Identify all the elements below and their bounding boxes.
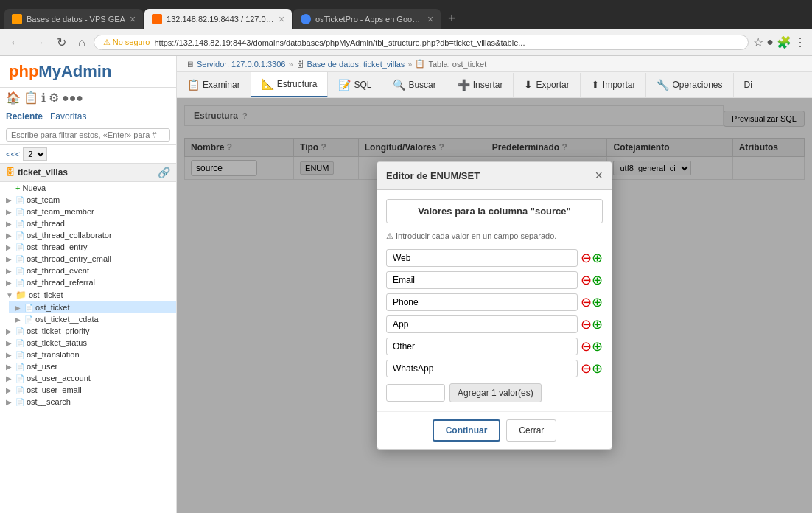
home-icon[interactable]: 🏠 <box>6 91 21 105</box>
add-col-email-button[interactable]: ⊕ <box>592 273 603 287</box>
filter-input[interactable] <box>6 128 170 142</box>
sidebar-item-ost_user_email[interactable]: ▶ 📄 ost_user_email <box>0 384 176 396</box>
add-value-input[interactable] <box>386 384 445 402</box>
page-select[interactable]: 2 <box>23 147 47 161</box>
dialog-subtitle: Valores para la columna "source" <box>386 199 603 223</box>
examine-icon: 📋 <box>187 79 200 91</box>
remove-other-button[interactable]: ⊖ <box>581 340 592 353</box>
tab-2[interactable]: 132.148.82.19:8443 / 127.0.0.1 / ... × <box>144 9 292 29</box>
tab2-label: 132.148.82.19:8443 / 127.0.0.1 / ... <box>167 15 274 24</box>
remove-email-button[interactable]: ⊖ <box>581 273 592 287</box>
url-bar[interactable]: ⚠ No seguro https://132.148.82.19:8443/d… <box>94 35 749 50</box>
enum-input-app[interactable] <box>386 315 578 333</box>
pma-logo-text: phpMyAdmin <box>9 62 111 81</box>
enum-input-phone[interactable] <box>386 293 578 311</box>
sql-button[interactable]: 📝 SQL <box>328 73 382 97</box>
sidebar-item-ost_thread_collaborator[interactable]: ▶ 📄 ost_thread_collaborator <box>0 229 176 241</box>
main-content: 🖥 Servidor: 127.0.0.1:3306 » 🗄 Base de d… <box>177 56 812 513</box>
examinar-button[interactable]: 📋 Examinar <box>177 73 251 97</box>
settings-icon[interactable]: ⚙ <box>49 91 59 105</box>
menu-icon[interactable]: ⋮ <box>794 35 806 49</box>
sidebar-item-ost_ticket_priority[interactable]: ▶ 📄 ost_ticket_priority <box>0 325 176 337</box>
tab-3[interactable]: osTicketPro - Apps en Google Pl... × <box>293 9 441 29</box>
add-col-app-button[interactable]: ⊕ <box>592 318 603 331</box>
more-icon[interactable]: ●●● <box>62 91 83 105</box>
enum-input-email[interactable] <box>386 271 578 289</box>
sidebar-item-ost_thread_event[interactable]: ▶ 📄 ost_thread_event <box>0 265 176 276</box>
db-link[interactable]: Base de datos: ticket_villas <box>307 60 405 69</box>
reciente-tab[interactable]: Reciente <box>6 111 43 122</box>
close-button[interactable]: Cerrar <box>506 419 556 442</box>
dialog-title-bar: Editor de ENUM/SET × <box>377 162 612 190</box>
info-icon[interactable]: ℹ <box>41 91 46 105</box>
favoritas-tab[interactable]: Favoritas <box>50 111 86 122</box>
table-icon: 📄 <box>24 315 33 324</box>
remove-web-button[interactable]: ⊖ <box>581 251 592 265</box>
sidebar-item-ost_team_member[interactable]: ▶ 📄 ost_team_member <box>0 206 176 217</box>
enum-input-other[interactable] <box>386 338 578 355</box>
add-col-phone-button[interactable]: ⊕ <box>592 296 603 309</box>
sidebar-item-ost__search[interactable]: ▶ 📄 ost__search <box>0 396 176 408</box>
remove-app-button[interactable]: ⊖ <box>581 318 592 331</box>
prev-link[interactable]: <<< <box>6 150 20 158</box>
tab2-close[interactable]: × <box>279 13 284 25</box>
tab-1[interactable]: Bases de datos - VPS GEA × <box>4 9 143 29</box>
importar-button[interactable]: ⬆ Importar <box>581 73 647 97</box>
sidebar-item-ost_translation[interactable]: ▶ 📄 ost_translation <box>0 349 176 360</box>
sidebar-item-ost_thread_entry[interactable]: ▶ 📄 ost_thread_entry <box>0 241 176 253</box>
new-icon: + <box>15 184 20 192</box>
table-icon: 📄 <box>15 208 24 216</box>
table-icon-breadcrumb: 📋 <box>415 59 425 69</box>
forward-button[interactable]: → <box>29 35 49 51</box>
dialog-close-button[interactable]: × <box>595 168 603 184</box>
reload-button[interactable]: ↻ <box>53 34 70 51</box>
insertar-button[interactable]: ➕ Insertar <box>447 73 514 97</box>
sidebar-item-ost_thread_entry_email[interactable]: ▶ 📄 ost_thread_entry_email <box>0 253 176 265</box>
add-value-button[interactable]: Agregar 1 valor(es) <box>449 383 542 402</box>
continue-button[interactable]: Continuar <box>433 419 501 442</box>
sidebar-item-ost_ticket__cdata[interactable]: ▶ 📄 ost_ticket__cdata <box>9 313 176 325</box>
sidebar-item-ost_team[interactable]: ▶ 📄 ost_team <box>0 194 176 206</box>
table-icon: 📄 <box>15 363 24 371</box>
new-tab-button[interactable]: + <box>442 8 462 29</box>
add-col-whatsapp-button[interactable]: ⊕ <box>592 362 603 375</box>
server-link[interactable]: Servidor: 127.0.0.1:3306 <box>197 60 285 69</box>
app-body: phpMyAdmin 🏠 📋 ℹ ⚙ ●●● Reciente Favorita… <box>0 56 812 513</box>
tab1-close[interactable]: × <box>130 13 136 25</box>
nav-bar: ← → ↻ ⌂ ⚠ No seguro https://132.148.82.1… <box>0 29 812 56</box>
di-button[interactable]: Di <box>734 74 763 96</box>
add-col-other-button[interactable]: ⊕ <box>592 340 603 353</box>
enum-input-whatsapp[interactable] <box>386 360 578 377</box>
exportar-button[interactable]: ⬇ Exportar <box>514 73 580 97</box>
sidebar-item-ost_ticket_status[interactable]: ▶ 📄 ost_ticket_status <box>0 337 176 349</box>
sidebar-item-ost_thread_referral[interactable]: ▶ 📄 ost_thread_referral <box>0 276 176 288</box>
db-icon: 🗄 <box>6 167 15 178</box>
new-table-item[interactable]: + Nueva <box>0 182 176 194</box>
buscar-button[interactable]: 🔍 Buscar <box>382 73 447 97</box>
sidebar-item-ost_user_account[interactable]: ▶ 📄 ost_user_account <box>0 372 176 384</box>
table-breadcrumb: Tabla: ost_ticket <box>428 60 486 69</box>
db-label: 🗄 ticket_villas 🔗 <box>0 164 176 182</box>
profile-icon[interactable]: ● <box>766 35 774 49</box>
remove-whatsapp-button[interactable]: ⊖ <box>581 362 592 375</box>
sidebar-item-ost_ticket[interactable]: ▶ 📄 ost_ticket <box>9 301 176 313</box>
home-button[interactable]: ⌂ <box>74 35 89 51</box>
sidebar-item-ost_ticket-parent[interactable]: ▼ 📁 ost_ticket <box>0 288 176 301</box>
estructura-button[interactable]: 📐 Estructura <box>251 72 329 97</box>
operaciones-button[interactable]: 🔧 Operaciones <box>646 73 733 97</box>
table-icon: 📄 <box>15 374 24 383</box>
table-icon: 📄 <box>15 243 24 251</box>
remove-phone-button[interactable]: ⊖ <box>581 296 592 309</box>
back-button[interactable]: ← <box>6 35 25 51</box>
sidebar-item-ost_thread[interactable]: ▶ 📄 ost_thread <box>0 217 176 229</box>
tab3-close[interactable]: × <box>427 13 433 25</box>
sidebar: phpMyAdmin 🏠 📋 ℹ ⚙ ●●● Reciente Favorita… <box>0 56 177 513</box>
sidebar-item-ost_user[interactable]: ▶ 📄 ost_user <box>0 360 176 372</box>
bookmark-icon[interactable]: ☆ <box>753 35 763 49</box>
export-icon: ⬇ <box>524 79 533 91</box>
add-col-web-button[interactable]: ⊕ <box>592 251 603 265</box>
folder-icon: 📁 <box>15 290 27 300</box>
table-icon[interactable]: 📋 <box>24 91 38 105</box>
enum-input-web[interactable] <box>386 249 578 267</box>
extension-icon[interactable]: 🧩 <box>777 35 791 49</box>
